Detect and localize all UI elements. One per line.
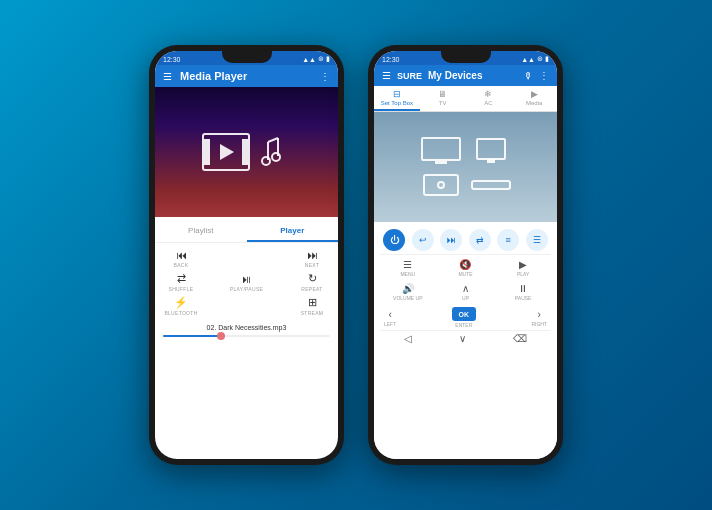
swap-icon: ⇄	[469, 229, 491, 251]
tab-playlist[interactable]: Playlist	[155, 221, 247, 242]
ctrl-row-3: ⚡ BLUETOOTH ⊞ STREAM	[163, 294, 330, 318]
left-icon: ‹	[388, 309, 391, 320]
mute-icon: 🔇	[459, 259, 471, 270]
list-button[interactable]: ≡	[497, 229, 519, 251]
page-icon: ☰	[526, 229, 548, 251]
down-btn[interactable]: ∨	[459, 333, 466, 344]
media-tabs: Playlist Player	[155, 221, 338, 243]
bluetooth-button[interactable]: ⚡ BLUETOOTH	[163, 296, 199, 316]
signal-icon: ▲▲	[302, 56, 316, 63]
sure-menu-icon[interactable]: ☰	[382, 70, 391, 81]
tab-set-top-box[interactable]: ⊟ Set Top Box	[374, 86, 420, 111]
right-button[interactable]: › RIGHT	[531, 309, 547, 327]
right-icon: ›	[538, 309, 541, 320]
tv-monitor	[476, 138, 506, 160]
repeat-button[interactable]: ↻ REPEAT	[294, 272, 330, 292]
media-icon: ▶	[531, 89, 538, 99]
tv-monitor-icon	[469, 134, 513, 164]
media-hero	[155, 87, 338, 217]
tv-label: TV	[439, 100, 447, 106]
up-label: UP	[462, 295, 469, 301]
mute-label: MUTE	[458, 271, 472, 277]
media-player-title: Media Player	[180, 70, 312, 82]
pause-button[interactable]: ⏸ PAUSE	[495, 281, 551, 303]
delete-btn[interactable]: ⌫	[513, 333, 527, 344]
play-pause-button[interactable]: ⏯ PLAY/PAUSE	[229, 273, 265, 292]
play-button[interactable]: ▶ PLAY	[495, 257, 551, 279]
back-btn-bottom[interactable]: ◁	[404, 333, 412, 344]
media-player-phone: 12:30 ▲▲ ⊛ ▮ ☰ Media Player ⋮	[149, 45, 344, 465]
svg-line-2	[268, 138, 278, 142]
projector-icon	[419, 170, 463, 200]
microphone-icon[interactable]: 🎙	[524, 71, 533, 81]
delete-icon: ⌫	[513, 333, 527, 344]
bottom-row: ◁ ∨ ⌫	[380, 330, 551, 346]
back-nav-button[interactable]: ↩	[412, 229, 434, 251]
device-tabs: ⊟ Set Top Box 🖥 TV ❄ AC ▶ Media	[374, 86, 557, 112]
tab-player[interactable]: Player	[247, 221, 339, 242]
device-hero	[374, 112, 557, 222]
progress-bar[interactable]	[163, 335, 330, 337]
sure-title: My Devices	[428, 70, 518, 81]
battery-icon: ▮	[326, 55, 330, 63]
power-button[interactable]: ⏻	[383, 229, 405, 251]
status-icons-right: ▲▲ ⊛ ▮	[521, 55, 549, 63]
mute-button[interactable]: 🔇 MUTE	[438, 257, 494, 279]
play-triangle	[220, 144, 234, 160]
skip-button[interactable]: ⏭	[440, 229, 462, 251]
projector	[423, 174, 459, 196]
projector-lens	[437, 181, 445, 189]
left-label: LEFT	[384, 321, 396, 327]
back-button[interactable]: ⏮ BACK	[163, 249, 199, 268]
media-controls-area: Playlist Player ⏮ BACK ⏭ NEXT	[155, 217, 338, 343]
ctrl-row-1: ⏮ BACK ⏭ NEXT	[163, 247, 330, 270]
sure-remote-phone: 12:30 ▲▲ ⊛ ▮ ☰ SURE My Devices 🎙 ⋮ ⊟ Set…	[368, 45, 563, 465]
pause-label: PAUSE	[515, 295, 532, 301]
volume-up-icon: 🔊	[402, 283, 414, 294]
media-header: ☰ Media Player ⋮	[155, 65, 338, 87]
enter-label: ENTER	[455, 322, 472, 328]
play-icon: ▶	[519, 259, 527, 270]
sure-more-icon[interactable]: ⋮	[539, 70, 549, 81]
play-label: PLAY	[517, 271, 529, 277]
volume-up-button[interactable]: 🔊 VOLUME UP	[380, 281, 436, 303]
ok-enter-button[interactable]: OK ENTER	[452, 307, 476, 328]
next-button[interactable]: ⏭ NEXT	[294, 249, 330, 268]
shuffle-button[interactable]: ⇄ SHUFFLE	[163, 272, 199, 292]
tv-icon: 🖥	[438, 89, 447, 99]
battery-icon-right: ▮	[545, 55, 549, 63]
time-right: 12:30	[382, 56, 400, 63]
music-note-icon	[256, 134, 292, 170]
status-icons-left: ▲▲ ⊛ ▮	[302, 55, 330, 63]
svg-point-4	[272, 153, 280, 161]
tv-flat	[421, 137, 461, 161]
stream-button[interactable]: ⊞ STREAM	[294, 296, 330, 316]
set-top-box-icon: ⊟	[393, 89, 401, 99]
more-icon[interactable]: ⋮	[320, 71, 330, 82]
time-left: 12:30	[163, 56, 181, 63]
down-icon: ∨	[459, 333, 466, 344]
swap-button[interactable]: ⇄	[469, 229, 491, 251]
left-button[interactable]: ‹ LEFT	[384, 309, 396, 327]
song-title: 02. Dark Necessities.mp3	[155, 322, 338, 333]
page-button[interactable]: ☰	[526, 229, 548, 251]
ok-label: OK	[452, 307, 476, 321]
film-icon	[202, 133, 250, 171]
list-icon: ≡	[497, 229, 519, 251]
menu-button[interactable]: ☰ MENU	[380, 257, 436, 279]
dpad-area: ‹ LEFT OK ENTER › RIGHT	[380, 305, 551, 330]
player-controls: ⏮ BACK ⏭ NEXT ⇄ SHUFFLE ⏯ PLAY/P	[155, 243, 338, 322]
tab-tv[interactable]: 🖥 TV	[420, 86, 466, 111]
tab-media[interactable]: ▶ Media	[511, 86, 557, 111]
sure-header: ☰ SURE My Devices 🎙 ⋮	[374, 65, 557, 86]
tab-ac[interactable]: ❄ AC	[466, 86, 512, 111]
dpad-middle-row: ‹ LEFT OK ENTER › RIGHT	[380, 306, 551, 329]
menu-icon[interactable]: ☰	[163, 71, 172, 82]
menu-icon-remote: ☰	[403, 259, 412, 270]
sure-logo: SURE	[397, 71, 422, 81]
up-icon: ∧	[462, 283, 469, 294]
up-button[interactable]: ∧ UP	[438, 281, 494, 303]
power-icon: ⏻	[383, 229, 405, 251]
pause-icon: ⏸	[518, 283, 528, 294]
device-icons-grid	[411, 126, 521, 208]
